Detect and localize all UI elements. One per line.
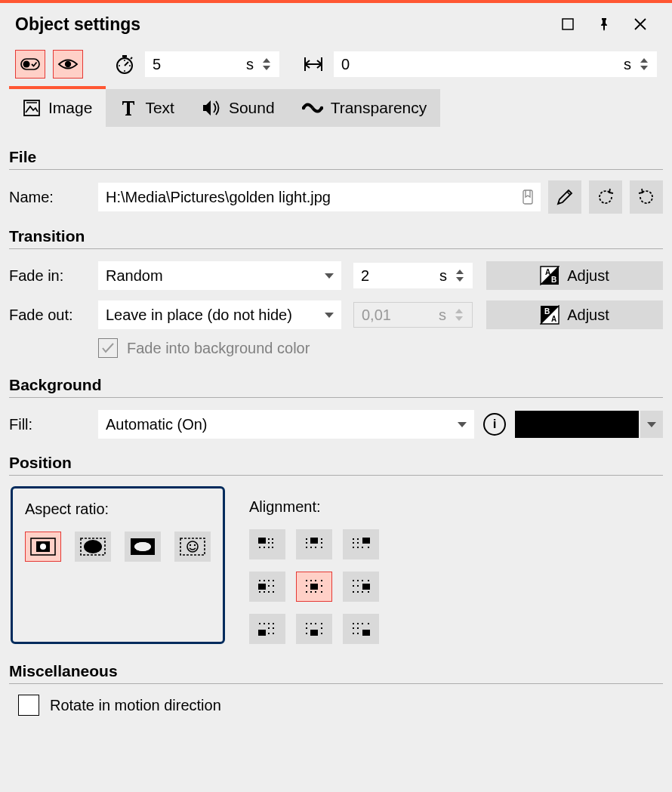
aspect-ratio-label: Aspect ratio: (25, 501, 211, 518)
svg-point-12 (119, 65, 120, 66)
svg-rect-65 (258, 584, 266, 590)
color-swatch[interactable] (515, 411, 639, 438)
svg-point-26 (40, 544, 46, 550)
visibility-button[interactable] (53, 50, 83, 79)
tab-text[interactable]: Text (106, 89, 188, 127)
aspect-keep-button[interactable] (25, 532, 61, 562)
fade-bg-row: Fade into background color (98, 338, 663, 358)
svg-rect-67 (264, 580, 265, 581)
rotate-ccw-icon (595, 186, 616, 208)
svg-rect-123 (353, 633, 354, 634)
svg-rect-48 (306, 538, 307, 540)
stopwatch-icon (114, 54, 135, 75)
svg-rect-55 (321, 547, 322, 548)
section-background: Background (9, 376, 663, 394)
fadein-adjust-button[interactable]: AB Adjust (486, 261, 663, 290)
offset-spinner[interactable] (640, 53, 652, 76)
svg-rect-45 (268, 547, 270, 548)
name-input[interactable]: H:\Media\Pictures\golden light.jpg (98, 183, 541, 211)
svg-rect-77 (306, 580, 307, 581)
toggle-enabled-button[interactable] (15, 50, 45, 79)
svg-rect-53 (310, 547, 312, 548)
check-icon (101, 343, 115, 353)
fadein-dropdown[interactable]: Random (98, 261, 341, 290)
edit-button[interactable] (548, 180, 581, 214)
maximize-button[interactable] (550, 11, 586, 38)
fill-dropdown[interactable]: Automatic (On) (98, 410, 474, 439)
svg-rect-88 (353, 580, 354, 581)
align-bottom-center[interactable] (296, 614, 332, 644)
aspect-stretch-icon (130, 538, 156, 556)
align-top-center[interactable] (296, 529, 332, 559)
svg-rect-85 (315, 591, 316, 593)
svg-rect-108 (306, 623, 307, 624)
svg-rect-110 (315, 623, 316, 624)
adjust-ab-icon: AB (540, 266, 559, 285)
rotate-ccw-button[interactable] (589, 180, 622, 214)
aspect-ratio-group: Aspect ratio: (11, 486, 225, 644)
fadein-spinner[interactable] (456, 264, 468, 287)
align-middle-left[interactable] (249, 572, 285, 602)
aspect-stretch-button[interactable] (125, 532, 161, 562)
fadeout-dropdown[interactable]: Leave in place (do not hide) (98, 300, 341, 329)
tab-sound[interactable]: Sound (188, 89, 288, 127)
svg-rect-114 (306, 633, 307, 634)
svg-point-36 (190, 544, 191, 546)
fadein-duration-value: 2 (361, 267, 432, 285)
align-middle-center[interactable] (296, 572, 332, 602)
svg-rect-120 (368, 623, 369, 624)
svg-rect-38 (258, 538, 266, 544)
tab-transparency[interactable]: Transparency (288, 89, 441, 127)
fade-bg-label: Fade into background color (127, 340, 310, 357)
align-top-left[interactable] (249, 529, 285, 559)
top-controls: 5 s 0 s (0, 47, 672, 89)
fade-bg-checkbox (98, 338, 118, 358)
fadeout-spinner (455, 304, 467, 326)
info-button[interactable]: i (483, 413, 506, 436)
svg-rect-119 (362, 623, 363, 624)
fadein-duration-input[interactable]: 2 s (353, 263, 473, 288)
svg-rect-73 (264, 591, 265, 593)
fill-label: Fill: (9, 416, 98, 433)
duration-unit: s (246, 56, 254, 73)
svg-rect-94 (353, 591, 354, 593)
svg-rect-59 (353, 542, 354, 544)
svg-rect-116 (362, 630, 370, 636)
fadeout-adjust-button[interactable]: BA Adjust (486, 300, 663, 329)
tab-image[interactable]: Image (9, 89, 106, 127)
duration-spinner[interactable] (263, 53, 275, 76)
svg-rect-101 (268, 623, 270, 624)
duration-input[interactable]: 5 s (145, 51, 279, 77)
svg-rect-62 (357, 547, 359, 548)
align-bottom-right[interactable] (343, 614, 379, 644)
name-value: H:\Media\Pictures\golden light.jpg (106, 189, 522, 206)
close-button[interactable] (622, 11, 658, 38)
align-bottom-left[interactable] (249, 614, 285, 644)
bookmark-icon[interactable] (522, 190, 533, 205)
color-dropdown-button[interactable] (640, 411, 663, 438)
align-mr-icon (351, 579, 371, 594)
text-icon (119, 99, 137, 117)
svg-rect-43 (259, 547, 260, 548)
svg-rect-121 (353, 627, 354, 629)
align-middle-right[interactable] (343, 572, 379, 602)
aspect-face-button[interactable] (174, 532, 211, 562)
svg-rect-100 (264, 623, 265, 624)
svg-rect-95 (357, 591, 359, 593)
chevron-down-icon (647, 422, 656, 427)
toggle-icon (20, 58, 40, 70)
rotate-motion-checkbox[interactable] (18, 695, 39, 716)
svg-rect-40 (272, 538, 273, 540)
pin-button[interactable] (586, 11, 622, 38)
align-tl-icon (257, 537, 277, 552)
offset-input[interactable]: 0 s (334, 51, 657, 77)
duration-icon (112, 51, 137, 77)
svg-text:A: A (551, 315, 556, 323)
svg-rect-71 (273, 585, 274, 587)
svg-rect-82 (321, 585, 322, 587)
fadeout-adjust-label: Adjust (567, 307, 609, 324)
aspect-crop-button[interactable] (75, 532, 111, 562)
rotate-cw-button[interactable] (630, 180, 663, 214)
align-top-right[interactable] (343, 529, 379, 559)
svg-rect-105 (268, 633, 270, 634)
